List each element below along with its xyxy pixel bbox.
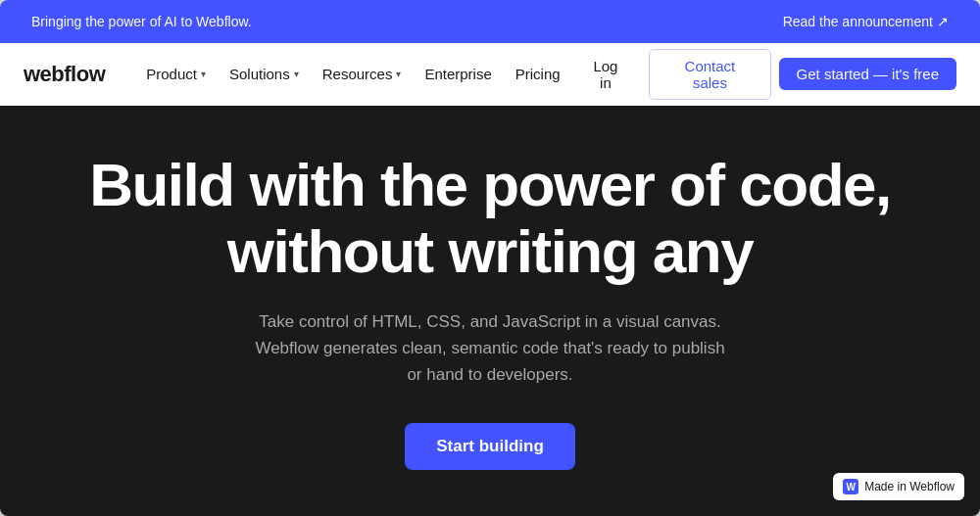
get-started-button[interactable]: Get started — it's free: [779, 58, 956, 90]
announcement-text: Bringing the power of AI to Webflow.: [31, 14, 252, 29]
nav-label-enterprise: Enterprise: [424, 66, 491, 82]
nav-item-pricing[interactable]: Pricing: [506, 60, 570, 88]
webflow-badge-label: Made in Webflow: [864, 480, 955, 493]
nav-label-resources: Resources: [322, 66, 393, 82]
hero-section: Build with the power of code, without wr…: [0, 106, 980, 516]
hero-title: Build with the power of code, without wr…: [88, 152, 892, 285]
navbar: webflow Product ▾ Solutions ▾ Resources …: [0, 43, 980, 106]
announcement-link[interactable]: Read the announcement ↗: [783, 14, 949, 29]
browser-frame: Bringing the power of AI to Webflow. Rea…: [0, 0, 980, 516]
webflow-badge-icon: W: [843, 479, 858, 494]
made-with-webflow-badge[interactable]: W Made in Webflow: [833, 473, 964, 500]
nav-item-enterprise[interactable]: Enterprise: [415, 60, 501, 88]
nav-item-solutions[interactable]: Solutions ▾: [220, 60, 309, 88]
announcement-link-label: Read the announcement: [783, 14, 933, 29]
nav-item-resources[interactable]: Resources ▾: [313, 60, 412, 88]
announcement-bar: Bringing the power of AI to Webflow. Rea…: [0, 0, 980, 43]
contact-sales-button[interactable]: Contact sales: [649, 49, 770, 100]
nav-actions: Log in Contact sales Get started — it's …: [570, 49, 956, 100]
nav-label-pricing: Pricing: [515, 66, 561, 82]
chevron-down-icon: ▾: [294, 69, 299, 79]
nav-links: Product ▾ Solutions ▾ Resources ▾ Enterp…: [136, 60, 569, 88]
nav-label-solutions: Solutions: [229, 66, 290, 82]
logo[interactable]: webflow: [24, 62, 105, 87]
announcement-arrow: ↗: [937, 14, 949, 29]
start-building-button[interactable]: Start building: [405, 423, 575, 470]
hero-subtitle: Take control of HTML, CSS, and JavaScrip…: [255, 308, 725, 389]
chevron-down-icon: ▾: [201, 69, 206, 79]
login-button[interactable]: Log in: [570, 50, 642, 99]
nav-item-product[interactable]: Product ▾: [136, 60, 216, 88]
chevron-down-icon: ▾: [396, 69, 401, 79]
nav-label-product: Product: [146, 66, 197, 82]
